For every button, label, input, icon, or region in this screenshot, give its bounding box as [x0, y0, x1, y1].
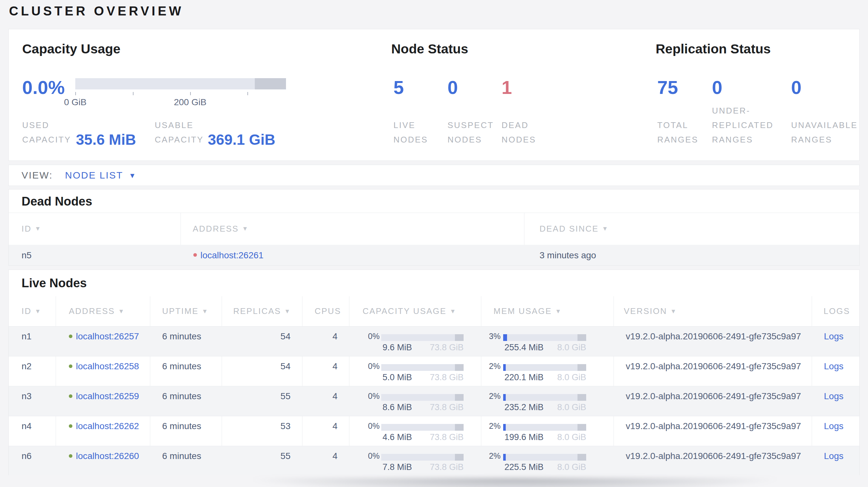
capacity-total: 73.8 GiB: [430, 462, 464, 472]
mem-pct: 2%: [478, 421, 501, 431]
live-col-header-id[interactable]: ID▼: [22, 296, 41, 326]
capacity-used: 8.6 MiB: [382, 402, 412, 412]
dead-node-address-link[interactable]: localhost:26261: [200, 250, 264, 261]
sort-arrow-icon: ▼: [35, 308, 41, 315]
node-status-title: Node Status: [391, 41, 468, 57]
mem-used: 235.2 MiB: [504, 402, 544, 412]
sort-arrow-icon: ▼: [555, 308, 562, 315]
logs-link[interactable]: Logs: [824, 391, 843, 401]
node-id: n6: [22, 451, 32, 461]
unavailable-ranges-stat: 0 UNAVAILABLE RANGES: [791, 78, 858, 147]
node-id: n2: [22, 362, 32, 371]
dead-status-dot-icon: [193, 253, 197, 257]
capacity-total: 73.8 GiB: [430, 372, 464, 382]
live-nodes-count: 5: [394, 78, 428, 97]
dead-nodes-stat: 1 DEAD NODES: [502, 78, 536, 147]
mem-used-segment: [503, 454, 506, 461]
node-replicas: 54: [234, 362, 290, 371]
capacity-mini-bar: [381, 334, 464, 341]
node-address-link[interactable]: localhost:26260: [76, 451, 139, 461]
node-id: n4: [22, 421, 32, 431]
capacity-pct: 0%: [358, 421, 380, 431]
live-col-header-version[interactable]: VERSION▼: [624, 296, 677, 326]
reserved-segment: [578, 394, 586, 401]
used-capacity-value: 35.6 MiB: [76, 131, 136, 148]
total-ranges-count: 75: [657, 78, 699, 97]
used-capacity-stat: USED CAPACITY 35.6 MiB: [22, 78, 136, 147]
sort-arrow-icon: ▼: [35, 225, 41, 232]
suspect-nodes-stat: 0 SUSPECT NODES: [447, 78, 494, 147]
live-nodes-card: Live Nodes ID▼ ADDRESS▼ UPTIME▼ REPLICAS…: [8, 269, 860, 475]
cluster-summary-card: Capacity Usage 0.0% 0 GiB 200 GiB USED C…: [8, 29, 860, 161]
reserved-segment: [578, 334, 586, 341]
capacity-pct: 0%: [358, 361, 380, 371]
node-replicas: 55: [234, 391, 290, 401]
mem-used: 255.4 MiB: [504, 343, 544, 352]
unavailable-label: UNAVAILABLE RANGES: [791, 118, 858, 147]
live-col-header-capacity-usage[interactable]: CAPACITY USAGE▼: [363, 296, 457, 326]
node-uptime: 6 minutes: [162, 421, 201, 431]
logs-link[interactable]: Logs: [824, 421, 843, 431]
live-col-header-uptime[interactable]: UPTIME▼: [162, 296, 209, 326]
used-capacity-label: USED CAPACITY: [22, 118, 76, 147]
mem-used-segment: [503, 364, 506, 371]
dead-node-row: n5 localhost:26261 3 minutes ago: [9, 245, 859, 265]
mem-used: 220.1 MiB: [504, 372, 544, 382]
capacity-used: 5.0 MiB: [382, 372, 412, 382]
live-nodes-stat: 5 LIVE NODES: [394, 78, 428, 147]
live-status-dot-icon: [69, 454, 72, 458]
node-version: v19.2.0-alpha.20190606-2491-gfe735c9a97: [626, 421, 801, 431]
mem-pct: 2%: [478, 361, 501, 371]
sort-arrow-icon: ▼: [450, 308, 457, 315]
reserved-segment: [455, 454, 464, 461]
node-cpus: 4: [292, 332, 338, 341]
dead-nodes-section-title: Dead Nodes: [22, 195, 92, 208]
node-version: v19.2.0-alpha.20190606-2491-gfe735c9a97: [626, 362, 801, 371]
capacity-mini-bar: [381, 394, 464, 401]
reserved-segment: [455, 334, 464, 341]
sort-arrow-icon: ▼: [602, 225, 609, 232]
node-id: n3: [22, 391, 32, 401]
live-col-header-mem-usage[interactable]: MEM USAGE▼: [494, 296, 562, 326]
node-replicas: 55: [234, 451, 290, 461]
node-id: n1: [22, 332, 32, 341]
total-ranges-label: TOTAL RANGES: [657, 118, 699, 147]
node-address-link[interactable]: localhost:26257: [76, 332, 139, 341]
suspect-nodes-label: SUSPECT NODES: [447, 118, 494, 147]
sort-arrow-icon: ▼: [671, 308, 677, 315]
node-address-link[interactable]: localhost:26262: [76, 421, 139, 431]
logs-link[interactable]: Logs: [824, 332, 843, 341]
live-nodes-section-title: Live Nodes: [22, 276, 87, 290]
dead-node-id: n5: [22, 250, 32, 261]
dead-col-header-id[interactable]: ID▼: [22, 213, 41, 245]
live-col-header-address[interactable]: ADDRESS▼: [69, 296, 125, 326]
live-col-header-replicas[interactable]: REPLICAS▼: [233, 296, 291, 326]
mem-total: 8.0 GiB: [557, 462, 586, 472]
logs-link[interactable]: Logs: [824, 451, 843, 461]
node-version: v19.2.0-alpha.20190606-2491-gfe735c9a97: [626, 451, 801, 461]
sort-arrow-icon: ▼: [118, 308, 125, 315]
node-cpus: 4: [292, 391, 338, 401]
reserved-segment: [578, 424, 586, 431]
capacity-pct: 0%: [358, 331, 380, 341]
node-address-link[interactable]: localhost:26259: [76, 391, 139, 401]
capacity-usage-title: Capacity Usage: [22, 41, 120, 57]
view-dropdown[interactable]: NODE LIST: [65, 170, 123, 181]
logs-link[interactable]: Logs: [824, 362, 843, 371]
usable-capacity-value: 369.1 GiB: [208, 131, 275, 148]
total-ranges-stat: 75 TOTAL RANGES: [657, 78, 699, 147]
under-replicated-label: UNDER- REPLICATED RANGES: [712, 104, 773, 147]
node-address-link[interactable]: localhost:26258: [76, 362, 139, 371]
unavailable-count: 0: [791, 78, 858, 97]
node-version: v19.2.0-alpha.20190606-2491-gfe735c9a97: [626, 391, 801, 401]
mem-used: 225.5 MiB: [504, 462, 544, 472]
dead-col-header-dead-since[interactable]: DEAD SINCE▼: [539, 213, 609, 245]
chevron-down-icon[interactable]: ▾: [130, 170, 134, 181]
reserved-segment: [578, 454, 586, 461]
live-nodes-label: LIVE NODES: [394, 118, 428, 147]
under-replicated-ranges-stat: 0 UNDER- REPLICATED RANGES: [712, 78, 773, 147]
live-node-row: n4 localhost:26262 6 minutes 53 4 0% 4.6…: [9, 416, 859, 446]
node-uptime: 6 minutes: [162, 391, 201, 401]
node-cpus: 4: [292, 451, 338, 461]
dead-col-header-address[interactable]: ADDRESS▼: [193, 213, 249, 245]
